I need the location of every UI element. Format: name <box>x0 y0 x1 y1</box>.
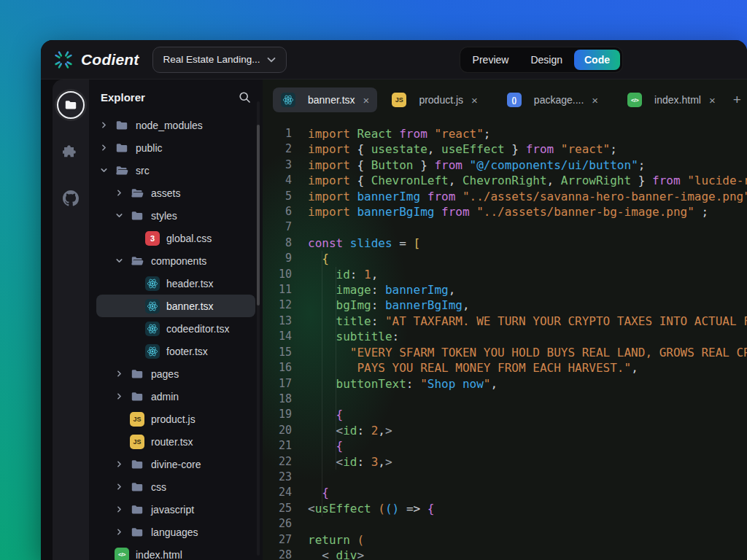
explorer-header: Explorer <box>89 91 263 111</box>
code-line[interactable]: 6import bannerBgImg from "../assets/bann… <box>263 204 747 219</box>
code-line[interactable]: 4import { ChevronLeft, ChevronRight, Arr… <box>263 173 747 188</box>
code-line[interactable]: 1import React from "react"; <box>263 126 747 141</box>
chevron-right-icon[interactable] <box>115 392 130 401</box>
tree-item-pages[interactable]: pages <box>96 362 255 385</box>
code-line[interactable]: 19 { <box>263 407 747 422</box>
code-line-content: "EVERY SFARM TOKEN YOU HOLD BUYS REAL LA… <box>308 345 747 360</box>
rail-button-extensions[interactable] <box>57 138 85 166</box>
file-tree: node_modulespublicsrcassetsstyles3global… <box>89 114 263 560</box>
tree-item-node-modules[interactable]: node_modules <box>96 114 255 136</box>
code-area[interactable]: 1import React from "react";2import { use… <box>263 120 747 560</box>
tree-item-banner-tsx[interactable]: banner.tsx <box>96 295 255 317</box>
tree-item-label: admin <box>151 391 179 402</box>
tree-item-javascript[interactable]: javascript <box>96 498 255 521</box>
tree-item-languages[interactable]: languages <box>96 521 255 543</box>
line-number: 9 <box>268 251 292 266</box>
line-number: 22 <box>268 454 292 470</box>
code-line[interactable]: 24 { <box>263 485 747 500</box>
js-file-icon: JS <box>392 93 406 107</box>
tab-index-html[interactable]: </>index.html× <box>619 88 724 112</box>
code-line[interactable]: 2import { usestate, useEffect } from "re… <box>263 141 747 157</box>
tree-item-codeeditor-tsx[interactable]: codeeditor.tsx <box>96 317 255 340</box>
chevron-down-icon[interactable] <box>115 211 130 220</box>
code-line-content: import bannerImg from "../assets/savanna… <box>308 189 747 204</box>
line-number: 2 <box>268 141 292 157</box>
tab-product-js[interactable]: JSproduct.js× <box>384 88 485 112</box>
tree-item-header-tsx[interactable]: header.tsx <box>96 272 255 295</box>
chevron-right-icon[interactable] <box>115 459 130 469</box>
code-line[interactable]: 16 PAYS YOU REAL MONEY FROM EACH HARVEST… <box>263 360 747 376</box>
code-line[interactable]: 28 < div> <box>263 548 747 560</box>
folder-open-icon <box>130 186 144 201</box>
chevron-down-icon[interactable] <box>99 166 115 175</box>
js-file-icon: JS <box>130 435 144 449</box>
mode-button-design[interactable]: Design <box>520 50 573 70</box>
mode-button-code[interactable]: Code <box>574 50 620 70</box>
tab-label: index.html <box>654 94 701 106</box>
tree-item-divine-core[interactable]: divine-core <box>96 453 255 475</box>
tree-item-components[interactable]: components <box>96 249 255 272</box>
tree-item-admin[interactable]: admin <box>96 385 255 408</box>
rail-button-files[interactable] <box>57 91 85 119</box>
tree-item-router-tsx[interactable]: JSrouter.tsx <box>96 430 255 453</box>
mode-switcher: PreviewDesignCode <box>460 47 623 73</box>
code-line[interactable]: 26 <box>263 516 747 532</box>
tree-item-src[interactable]: src <box>96 159 255 182</box>
code-line[interactable]: 14 subtitle: <box>263 329 747 344</box>
project-selector-dropdown[interactable]: Real Estate Landing... <box>152 47 287 73</box>
mode-button-preview[interactable]: Preview <box>462 50 519 70</box>
line-number: 18 <box>268 392 292 407</box>
code-line[interactable]: 15 "EVERY SFARM TOKEN YOU HOLD BUYS REAL… <box>263 345 747 360</box>
explorer-scrollbar-thumb[interactable] <box>257 125 260 306</box>
tab-package-[interactable]: ()package....× <box>499 88 606 112</box>
tree-item-styles[interactable]: styles <box>96 204 255 227</box>
rail-button-github[interactable] <box>57 184 85 212</box>
tree-item-label: css <box>151 481 166 493</box>
tree-item-assets[interactable]: assets <box>96 182 255 204</box>
chevron-right-icon[interactable] <box>115 505 130 514</box>
chevron-right-icon[interactable] <box>115 188 130 198</box>
code-line[interactable]: 7 <box>263 219 747 235</box>
code-line[interactable]: 9 { <box>263 251 747 266</box>
chevron-right-icon[interactable] <box>99 120 115 130</box>
code-line[interactable]: 27return ( <box>263 532 747 548</box>
code-line-content: import { usestate, useEffect } from "rea… <box>308 141 617 157</box>
editor-panel[interactable]: banner.tsx×JSproduct.js×()package....×</… <box>263 79 747 560</box>
code-line[interactable]: 10 id: 1, <box>263 267 747 282</box>
tree-item-global-css[interactable]: 3global.css <box>96 227 255 249</box>
chevron-right-icon[interactable] <box>115 482 130 491</box>
code-line[interactable]: 25<usEffect (() => { <box>263 501 747 516</box>
code-line[interactable]: 18 <box>263 392 747 407</box>
code-line[interactable]: 21 { <box>263 438 747 454</box>
code-line[interactable]: 11 image: bannerImg, <box>263 282 747 298</box>
code-line[interactable]: 22 <id: 3,> <box>263 454 747 470</box>
html-file-icon: </> <box>115 548 129 560</box>
tree-item-label: public <box>136 142 163 154</box>
close-icon[interactable]: × <box>471 94 478 106</box>
tree-item-css[interactable]: css <box>96 475 255 498</box>
close-icon[interactable]: × <box>592 94 598 106</box>
tree-item-footer-tsx[interactable]: footer.tsx <box>96 340 255 362</box>
code-line[interactable]: 20 <id: 2,> <box>263 423 747 438</box>
chevron-right-icon[interactable] <box>115 369 130 378</box>
chevron-right-icon[interactable] <box>99 143 115 152</box>
code-line[interactable]: 12 bgImg: bannerBgImg, <box>263 298 747 313</box>
code-line[interactable]: 5import bannerImg from "../assets/savann… <box>263 189 747 204</box>
close-icon[interactable]: × <box>363 94 370 106</box>
tree-item-index-html[interactable]: </>index.html <box>96 543 255 560</box>
line-number: 8 <box>268 236 292 251</box>
tree-item-public[interactable]: public <box>96 136 255 159</box>
code-line[interactable]: 17 buttonText: "Shop now", <box>263 376 747 392</box>
code-line-content: { <box>308 438 343 454</box>
chevron-right-icon[interactable] <box>115 527 130 537</box>
search-icon[interactable] <box>239 91 251 104</box>
code-line[interactable]: 13 title: "AT TAXFARM. WE TURN YOUR CRYP… <box>263 314 747 329</box>
code-line[interactable]: 3import { Button } from "@/components/ui… <box>263 158 747 173</box>
code-line[interactable]: 8const slides = [ <box>263 236 747 251</box>
tree-item-product-js[interactable]: JSproduct.js <box>96 408 255 430</box>
chevron-down-icon[interactable] <box>115 256 130 265</box>
close-icon[interactable]: × <box>709 94 716 106</box>
new-tab-button[interactable]: + <box>733 92 741 108</box>
tab-banner-tsx[interactable]: banner.tsx× <box>273 88 377 112</box>
code-line[interactable]: 23 <box>263 470 747 485</box>
